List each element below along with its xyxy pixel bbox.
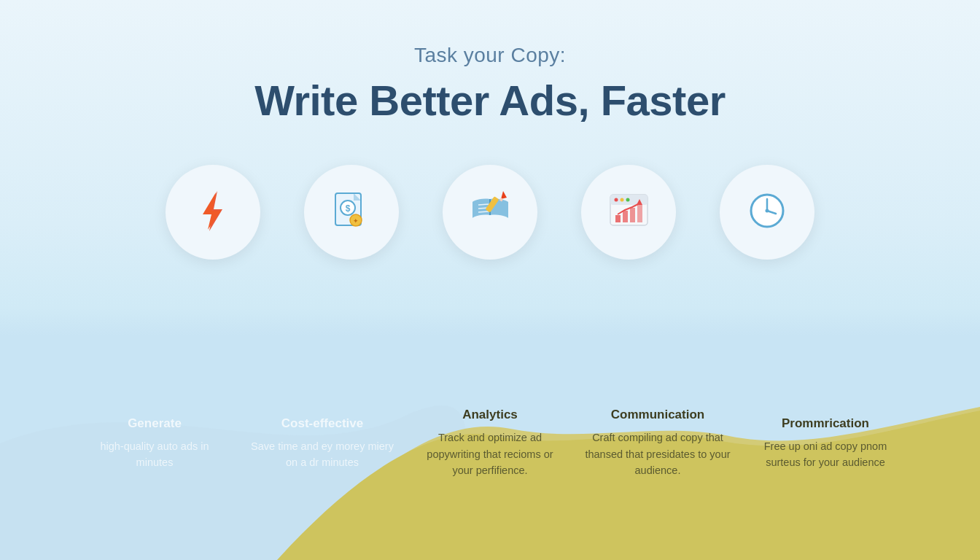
feature-generate-desc: high-quality auto ads in minutes xyxy=(82,438,228,471)
feature-prommrication: Prommrication Free up oni ad copy pnom s… xyxy=(742,402,909,486)
page-subtitle: Task your Copy: xyxy=(414,44,566,67)
feature-prommrication-title: Prommrication xyxy=(782,416,869,431)
page-main-title: Write Better Ads, Faster xyxy=(254,76,726,125)
feature-analytics: Analytics Track and optimize ad popywrit… xyxy=(406,393,574,493)
chart-icon xyxy=(605,187,653,238)
svg-point-17 xyxy=(626,198,629,201)
feature-communication-desc: Craft compiling ad copy that thansed tha… xyxy=(585,429,731,478)
svg-rect-21 xyxy=(637,205,642,222)
content-area: Task your Copy: Write Better Ads, Faster xyxy=(0,0,980,260)
features-content: Generate high-quality auto ads in minute… xyxy=(0,327,980,560)
svg-rect-18 xyxy=(615,215,621,222)
write-icon xyxy=(467,187,514,238)
money-icon-circle: $ ✦ xyxy=(304,165,399,260)
feature-prommrication-desc: Free up oni ad copy pnom surteus for you… xyxy=(752,438,898,471)
svg-marker-11 xyxy=(501,191,507,199)
svg-rect-19 xyxy=(623,211,628,222)
svg-line-9 xyxy=(478,211,489,212)
clock-icon-circle xyxy=(720,165,814,260)
feature-analytics-title: Analytics xyxy=(462,408,518,422)
money-icon: $ ✦ xyxy=(328,187,376,238)
svg-text:✦: ✦ xyxy=(353,217,359,225)
svg-point-16 xyxy=(620,198,623,201)
bolt-icon xyxy=(190,187,237,238)
icons-row: $ ✦ xyxy=(166,165,814,260)
page-wrapper: Task your Copy: Write Better Ads, Faster xyxy=(0,0,980,560)
chart-icon-circle xyxy=(581,165,676,260)
feature-cost-desc: Save time and ey morey miery on a dr min… xyxy=(249,438,395,471)
svg-line-7 xyxy=(478,204,489,205)
svg-point-15 xyxy=(614,198,618,201)
feature-generate: Generate high-quality auto ads in minute… xyxy=(71,402,238,486)
write-icon-circle xyxy=(443,165,537,260)
svg-point-26 xyxy=(765,209,769,212)
feature-cost-title: Cost-effective xyxy=(281,416,363,431)
clock-icon xyxy=(744,187,791,238)
bolt-icon-circle xyxy=(166,165,260,260)
feature-cost-effective: Cost-effective Save time and ey morey mi… xyxy=(238,402,406,486)
feature-communication: Communication Craft compiling ad copy th… xyxy=(574,393,742,493)
svg-rect-20 xyxy=(630,208,635,222)
feature-communication-title: Communication xyxy=(611,408,704,422)
svg-text:$: $ xyxy=(345,203,350,214)
feature-analytics-desc: Track and optimize ad popywriting that r… xyxy=(417,429,563,478)
features-row: Generate high-quality auto ads in minute… xyxy=(0,327,980,560)
feature-generate-title: Generate xyxy=(128,416,182,431)
